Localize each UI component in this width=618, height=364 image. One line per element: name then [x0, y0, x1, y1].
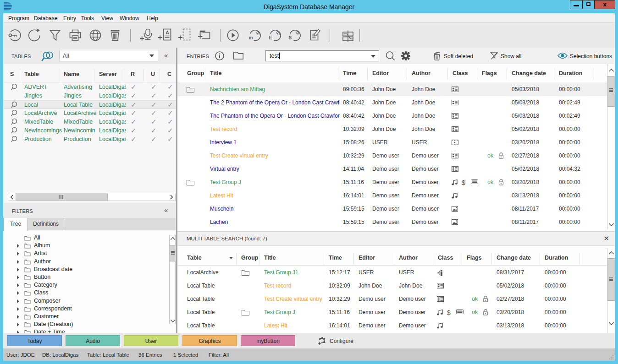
svg-text:m: m	[249, 35, 253, 40]
svg-text:S: S	[289, 35, 292, 40]
svg-text:A: A	[166, 30, 169, 35]
svg-text:E: E	[269, 35, 272, 40]
